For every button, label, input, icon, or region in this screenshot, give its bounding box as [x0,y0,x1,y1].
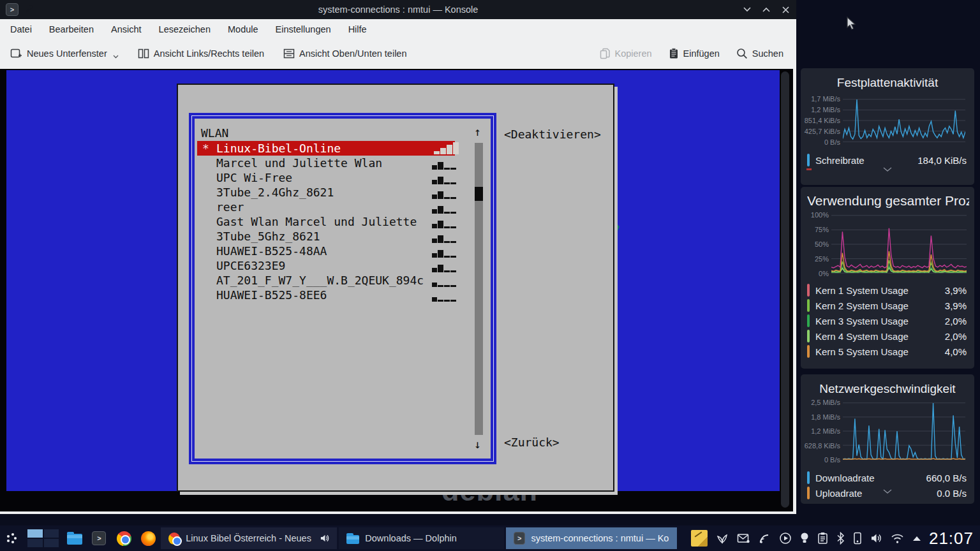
back-button[interactable]: <Zurück> [504,436,560,449]
wifi-row[interactable]: *Linux-Bibel-Online [195,141,491,156]
wifi-row[interactable]: UPCE6323E9 [195,258,491,273]
menu-hilfe[interactable]: Hilfe [348,24,367,34]
menu-bearbeiten[interactable]: Bearbeiten [49,24,94,34]
task-chrome-linux-bibel[interactable]: Linux Bibel Österreich - Neues ... [161,527,337,549]
folder-icon [67,534,82,545]
menu-ansicht[interactable]: Ansicht [111,24,142,34]
wifi-row[interactable]: Gast Wlan Marcel und Juliette [195,214,491,229]
rss-icon[interactable] [759,533,771,545]
kdeconnect-device-icon[interactable] [853,532,862,545]
scroll-up-arrow[interactable]: ↑ [474,125,481,138]
wifi-row[interactable]: UPC Wi-Free [195,170,491,185]
chrome-launcher[interactable] [114,527,135,550]
media-play-icon[interactable] [779,532,792,545]
virtual-desktop-pager[interactable] [26,528,60,548]
konsole-launcher[interactable]: > [89,527,110,550]
menu-datei[interactable]: Datei [10,24,32,34]
axis-tick-label: 0 B/s [824,138,840,146]
terminal-scrollbar[interactable] [781,71,789,508]
deactivate-button[interactable]: <Deaktivieren> [504,128,601,141]
scroll-down-arrow[interactable]: ↓ [474,437,481,451]
net-y-axis: 2,5 MiB/s1,8 MiB/s1,2 MiB/s628,8 KiB/s0 … [803,402,840,460]
signal-strength-icon [432,260,456,272]
pager-desktop-2[interactable] [44,529,59,538]
pager-desktop-4[interactable] [44,539,59,547]
firefox-launcher[interactable] [138,527,160,550]
split-left-right-button[interactable]: Ansicht Links/Rechts teilen [138,48,264,59]
wifi-listbox[interactable]: WLAN *Linux-Bibel-OnlineMarcel und Julie… [189,113,496,464]
close-button[interactable] [780,4,791,15]
legend-swatch [807,330,810,342]
wifi-icon[interactable] [891,533,904,544]
app-launcher-button[interactable] [4,529,21,548]
cpu-legend-row[interactable]: Kern 1 System Usage3,9% [807,283,967,298]
legend-swatch [807,345,810,358]
legend-label: Kern 1 System Usage [815,285,945,296]
titlebar[interactable]: > system-connections : nmtui — Konsole [0,0,796,19]
lightbulb-icon[interactable] [800,532,809,545]
cpu-legend-row[interactable]: Kern 5 System Usage4,0% [807,344,967,359]
menu-module[interactable]: Module [228,24,258,34]
search-button[interactable]: Suchen [736,48,783,59]
volume-icon[interactable] [870,533,882,544]
menu-einstellungen[interactable]: Einstellungen [276,24,331,34]
wifi-ssid: UPCE6323E9 [216,258,285,273]
launcher-icon [5,531,20,546]
split-top-bottom-button[interactable]: Ansicht Oben/Unten teilen [283,48,406,59]
task-konsole-nmtui[interactable]: > system-connections : nmtui — Kon... [506,527,677,549]
wifi-row[interactable]: Marcel und Juliette Wlan [195,156,491,170]
cpu-legend-row[interactable]: Kern 4 System Usage2,0% [807,328,967,344]
wifi-row[interactable]: reer [195,200,491,214]
clock[interactable]: 21:07 [929,529,974,548]
panel-title: Verwendung gesamter Prozes... [807,193,969,209]
chrome-icon [117,531,131,546]
cpu-legend-row[interactable]: Kern 2 System Usage3,9% [807,298,967,313]
pager-desktop-1[interactable] [27,529,43,538]
legend-label: Kern 5 System Usage [815,346,945,357]
menu-lesezeichen[interactable]: Lesezeichen [159,24,211,34]
wifi-row[interactable]: 3Tube_2.4Ghz_8621 [195,185,491,200]
cpu-legend-row[interactable]: Kern 3 System Usage2,0% [807,313,967,328]
plant-icon[interactable] [716,532,729,545]
new-tab-button[interactable]: Neues Unterfenster [10,48,119,59]
mail-icon[interactable] [737,533,750,544]
connected-marker: * [202,141,209,156]
list-scrollbar[interactable] [475,143,483,435]
axis-tick-label: 1,2 MiB/s [811,106,840,114]
bluetooth-icon[interactable] [836,532,845,545]
paste-button[interactable]: Einfügen [669,48,720,59]
net-chart [843,402,965,460]
maximize-button[interactable] [761,4,772,15]
axis-tick-label: 628,8 KiB/s [805,442,840,450]
axis-tick-label: 0 B/s [824,456,840,464]
clipboard-icon[interactable] [817,532,828,545]
wifi-row[interactable]: HUAWEI-B525-48AA [195,244,491,258]
list-scrollbar-thumb[interactable] [475,187,483,201]
audio-playing-icon[interactable] [320,533,329,543]
wifi-ssid: Gast Wlan Marcel und Juliette [216,214,417,229]
terminal-viewport[interactable]: debian WLAN *Linux-Bibel-OnlineMarcel un… [0,69,793,511]
signal-strength-icon [432,216,456,228]
expand-chevron-icon[interactable] [883,167,892,172]
axis-tick-label: 100% [811,211,829,219]
pager-desktop-3[interactable] [27,539,43,547]
wifi-ssid: AT_201_F_W7_Y___W.B_2QEUK_894c [216,273,424,288]
wifi-row[interactable]: HUAWEI-B525-8EE6 [195,288,491,302]
wifi-row[interactable]: AT_201_F_W7_Y___W.B_2QEUK_894c [195,273,491,288]
legend-value: 2,0% [945,331,967,342]
konsole-window: > system-connections : nmtui — Konsole D… [0,0,796,514]
minimize-button[interactable] [741,4,753,15]
wifi-row[interactable]: 3Tube_5Ghz_8621 [195,229,491,244]
legend-value: 3,9% [945,285,967,296]
net-legend-row[interactable]: Downloadrate 660,0 B/s [807,470,967,485]
disk-legend-row[interactable]: Schreibrate 184,0 KiB/s [807,152,967,168]
sticky-note-icon[interactable] [691,530,708,547]
wifi-ssid: 3Tube_2.4Ghz_8621 [216,185,334,200]
copy-button[interactable]: Kopieren [600,48,652,59]
task-dolphin-downloads[interactable]: Downloads — Dolphin [339,527,504,549]
dolphin-launcher[interactable] [64,527,85,550]
tray-expand-arrow-icon[interactable] [912,536,921,541]
axis-tick-label: 1,7 MiB/s [811,95,840,103]
expand-chevron-icon[interactable] [883,489,892,494]
legend-swatch [807,154,810,166]
